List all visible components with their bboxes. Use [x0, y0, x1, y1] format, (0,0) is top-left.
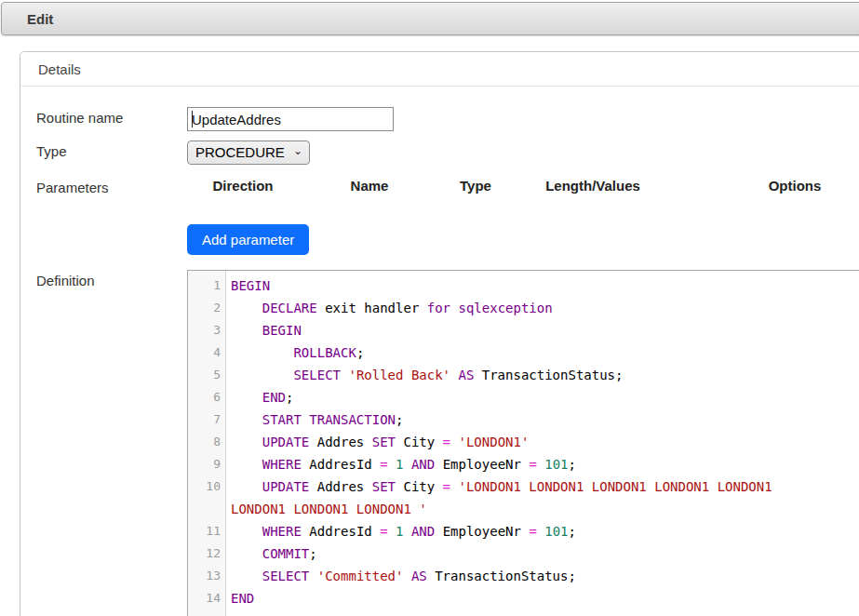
param-col-header: Name: [299, 178, 440, 194]
line-number: 1: [188, 275, 225, 297]
line-number: 10: [188, 475, 225, 498]
page-title: Edit: [27, 11, 53, 27]
param-col-header: Options: [675, 178, 859, 194]
line-number: 12: [188, 542, 225, 565]
code-line: UPDATE Addres SET City = 'LONDON1': [231, 431, 859, 453]
gutter: 1234567891011121314: [188, 271, 226, 616]
param-col-header: Length/Values: [511, 178, 675, 194]
parameters-label: Parameters: [36, 177, 187, 195]
code-line: SELECT 'Rolled Back' AS TransactionStatu…: [231, 364, 859, 386]
param-col-header: Direction: [187, 178, 299, 194]
code-line: END: [231, 587, 859, 609]
code-line: UPDATE Addres SET City = 'LONDON1 LONDON…: [231, 475, 859, 498]
code-line: START TRANSACTION;: [231, 408, 859, 431]
code-line: END;: [231, 386, 859, 408]
code-line: SELECT 'Committed' AS TransactionStatus;: [231, 565, 859, 587]
line-number: 4: [188, 341, 225, 364]
code-line: ROLLBACK;: [231, 341, 859, 364]
line-number: 6: [188, 386, 225, 408]
line-number: 2: [188, 297, 225, 319]
add-parameter-row: Add parameter: [187, 224, 859, 255]
code-line: LONDON1 LONDON1 LONDON1 ': [231, 498, 859, 520]
code-line: DECLARE exit handler for sqlexception: [231, 297, 859, 319]
panel-body: Routine name Type PROCEDURE ⌄ Parameters…: [20, 107, 859, 616]
routine-name-input[interactable]: [187, 107, 394, 131]
definition-row: Definition 1234567891011121314 BEGIN DEC…: [36, 270, 859, 616]
edit-header: Edit: [1, 2, 859, 35]
code-line: COMMIT;: [231, 542, 859, 565]
type-label: Type: [36, 141, 187, 159]
definition-label: Definition: [36, 270, 187, 288]
code-line: WHERE AddresId = 1 AND EmployeeNr = 101;: [231, 520, 859, 542]
param-col-header: Type: [440, 178, 511, 194]
routine-name-input-wrap: [187, 107, 394, 131]
routine-name-row: Routine name: [36, 107, 859, 131]
add-parameter-button[interactable]: Add parameter: [187, 224, 309, 255]
details-panel: Details Routine name Type PROCEDURE ⌄ Pa…: [20, 51, 859, 616]
type-row: Type PROCEDURE ⌄: [36, 141, 859, 165]
line-number: 13: [188, 565, 225, 587]
code-line: WHERE AddresId = 1 AND EmployeeNr = 101;: [231, 453, 859, 475]
type-select-wrap: PROCEDURE ⌄: [187, 141, 310, 165]
text-caret: [192, 111, 193, 127]
routine-name-label: Routine name: [36, 107, 187, 126]
line-number: 11: [188, 520, 225, 542]
line-number: 14: [188, 587, 225, 609]
code-line: BEGIN: [231, 275, 859, 297]
line-number: 8: [188, 431, 225, 453]
code-line: BEGIN: [231, 319, 859, 341]
panel-title: Details: [20, 52, 859, 87]
code-editor[interactable]: 1234567891011121314 BEGIN DECLARE exit h…: [187, 270, 859, 616]
param-header-row: DirectionNameTypeLength/ValuesOptions: [187, 177, 859, 194]
line-number: 5: [188, 364, 225, 386]
line-number: 7: [188, 408, 225, 431]
line-number: 9: [188, 453, 225, 475]
line-number: [188, 498, 225, 520]
code-lines[interactable]: BEGIN DECLARE exit handler for sqlexcept…: [226, 271, 859, 616]
line-number: 3: [188, 319, 225, 341]
parameters-row: Parameters DirectionNameTypeLength/Value…: [36, 177, 859, 195]
type-select[interactable]: PROCEDURE: [187, 141, 310, 165]
